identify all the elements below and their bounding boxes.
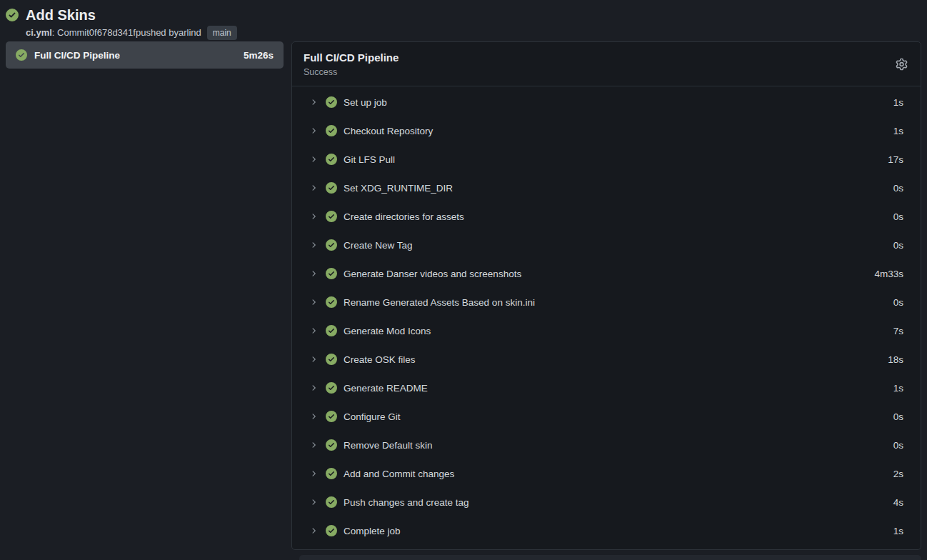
check-circle-icon [326, 382, 337, 394]
step-duration: 17s [888, 154, 903, 165]
step-duration: 1s [893, 526, 903, 536]
step-duration: 1s [893, 97, 903, 108]
chevron-right-icon [309, 212, 318, 221]
check-circle-icon [326, 268, 337, 279]
sidebar-job-item[interactable]: Full CI/CD Pipeline 5m26s [6, 41, 284, 69]
chevron-right-icon [309, 384, 318, 392]
chevron-right-icon [309, 412, 318, 421]
chevron-right-icon [309, 184, 318, 192]
commit-prefix-text: : Commit [52, 26, 89, 39]
check-circle-icon [326, 439, 337, 451]
gear-icon[interactable] [894, 56, 909, 71]
check-circle-icon [326, 325, 337, 336]
job-status-text: Success [304, 66, 909, 78]
step-name: Configure Git [344, 411, 401, 422]
step-name: Remove Default skin [344, 440, 433, 451]
step-name: Checkout Repository [344, 126, 433, 136]
step-duration: 1s [893, 383, 903, 394]
step-duration: 0s [893, 411, 903, 422]
step-duration: 0s [893, 440, 903, 451]
job-panel: Full CI/CD Pipeline Success Set up job 1… [291, 41, 921, 550]
step-row[interactable]: Create OSK files 18s [292, 345, 921, 374]
chevron-right-icon [309, 269, 318, 278]
step-duration: 2s [893, 469, 903, 479]
step-duration: 0s [893, 297, 903, 308]
check-circle-icon [326, 496, 337, 508]
step-row[interactable]: Set XDG_RUNTIME_DIR 0s [292, 174, 921, 202]
step-row[interactable]: Remove Default skin 0s [292, 431, 921, 459]
check-circle-icon [326, 125, 337, 136]
step-row[interactable]: Git LFS Pull 17s [292, 145, 921, 174]
step-name: Rename Generated Assets Based on skin.in… [344, 297, 535, 308]
check-circle-icon [326, 96, 337, 108]
step-name: Create New Tag [344, 240, 413, 251]
check-circle-icon [16, 49, 27, 61]
workflow-file-name: ci.yml [26, 26, 52, 39]
check-circle-icon [326, 182, 337, 194]
chevron-right-icon [309, 155, 318, 164]
chevron-right-icon [309, 498, 318, 506]
step-name: Add and Commit changes [344, 469, 454, 479]
job-panel-header: Full CI/CD Pipeline Success [292, 42, 921, 86]
step-row[interactable]: Generate Danser videos and screenshots 4… [292, 259, 921, 288]
job-name: Full CI/CD Pipeline [34, 50, 120, 61]
check-circle-icon [326, 468, 337, 479]
commit-sha-link[interactable]: 0f678d341f [89, 26, 136, 39]
chevron-right-icon [309, 241, 318, 249]
step-row[interactable]: Generate README 1s [292, 374, 921, 402]
run-title: Add Skins [26, 6, 96, 24]
step-duration: 0s [893, 211, 903, 222]
check-circle-icon [326, 296, 337, 308]
check-circle-icon [326, 411, 337, 422]
step-name: Generate README [344, 383, 428, 394]
step-name: Create directories for assets [344, 211, 464, 222]
step-duration: 1s [893, 126, 903, 136]
chevron-right-icon [309, 98, 318, 106]
check-circle-icon [326, 354, 337, 365]
step-row[interactable]: Rename Generated Assets Based on skin.in… [292, 288, 921, 316]
chevron-right-icon [309, 441, 318, 449]
step-name: Generate Danser videos and screenshots [344, 269, 521, 279]
step-name: Generate Mod Icons [344, 326, 431, 336]
step-row[interactable]: Configure Git 0s [292, 402, 921, 431]
cutoff-footer-bar [299, 555, 921, 560]
chevron-right-icon [309, 526, 318, 535]
step-duration: 18s [888, 354, 903, 365]
step-name: Complete job [344, 526, 401, 536]
check-circle-icon [326, 239, 337, 251]
step-duration: 4m33s [874, 269, 903, 279]
chevron-right-icon [309, 126, 318, 135]
step-name: Set up job [344, 97, 387, 108]
check-circle-icon [326, 154, 337, 165]
step-duration: 7s [893, 326, 903, 336]
chevron-right-icon [309, 355, 318, 364]
jobs-sidebar: Full CI/CD Pipeline 5m26s [6, 41, 284, 69]
run-header: Add Skins ci.yml: Commit 0f678d341f push… [0, 0, 927, 41]
step-name: Set XDG_RUNTIME_DIR [344, 183, 453, 194]
run-subtitle: ci.yml: Commit 0f678d341f pushed by arli… [26, 26, 916, 40]
step-row[interactable]: Push changes and create tag 4s [292, 488, 921, 516]
step-duration: 0s [893, 240, 903, 251]
step-duration: 0s [893, 183, 903, 194]
step-name: Git LFS Pull [344, 154, 395, 165]
check-circle-icon [326, 525, 337, 536]
step-list: Set up job 1s Checkout Repository 1s [292, 86, 921, 549]
step-row[interactable]: Add and Commit changes 2s [292, 459, 921, 488]
step-duration: 4s [893, 497, 903, 508]
step-row[interactable]: Generate Mod Icons 7s [292, 316, 921, 345]
chevron-right-icon [309, 469, 318, 478]
pushed-by-text: pushed by [136, 26, 179, 39]
step-row[interactable]: Create New Tag 0s [292, 231, 921, 259]
step-row[interactable]: Set up job 1s [292, 88, 921, 116]
step-row[interactable]: Create directories for assets 0s [292, 202, 921, 231]
step-row[interactable]: Checkout Repository 1s [292, 116, 921, 145]
run-content: Full CI/CD Pipeline 5m26s Full CI/CD Pip… [0, 41, 927, 550]
author-link[interactable]: arlind [179, 26, 201, 39]
branch-badge[interactable]: main [207, 26, 237, 40]
step-name: Create OSK files [344, 354, 416, 365]
step-row[interactable]: Complete job 1s [292, 516, 921, 545]
chevron-right-icon [309, 298, 318, 306]
job-duration: 5m26s [244, 50, 274, 61]
step-name: Push changes and create tag [344, 497, 469, 508]
check-circle-icon [6, 9, 19, 21]
